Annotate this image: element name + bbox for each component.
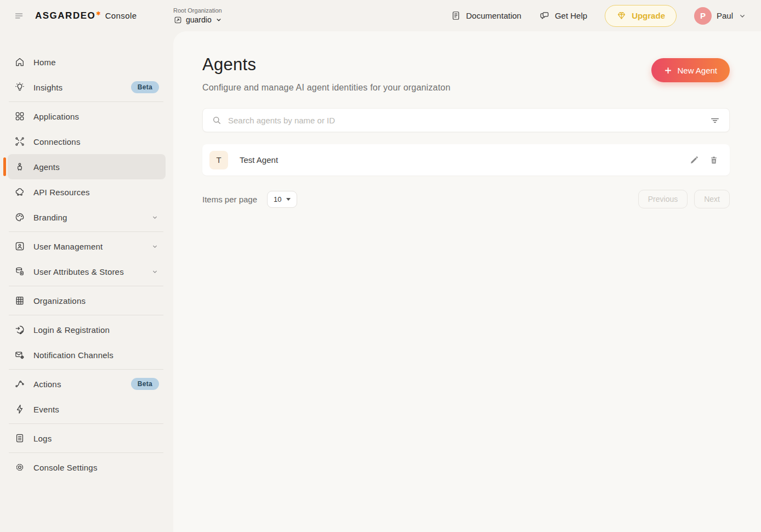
sidebar-item-label: Organizations	[33, 296, 159, 305]
sidebar-item-home[interactable]: Home	[8, 49, 166, 75]
sidebar-divider	[9, 452, 163, 453]
sidebar-item-console-settings[interactable]: Console Settings	[8, 455, 166, 480]
get-help-icon	[539, 10, 550, 21]
connections-icon	[14, 136, 25, 147]
agent-list-item[interactable]: T Test Agent	[202, 144, 730, 176]
agents-icon	[14, 161, 25, 172]
beta-badge: Beta	[131, 378, 159, 390]
edit-icon[interactable]	[689, 155, 699, 165]
plus-icon	[664, 66, 672, 75]
user-name: Paul	[717, 11, 733, 20]
user-avatar: P	[694, 7, 712, 25]
pager: Previous Next	[638, 190, 730, 208]
page-header: Agents Configure and manage AI agent ide…	[202, 55, 730, 93]
sidebar-item-label: Login & Registration	[33, 325, 159, 335]
sidebar-item-applications[interactable]: Applications	[8, 104, 166, 129]
sidebar-item-label: Home	[33, 58, 159, 67]
applications-icon	[14, 111, 25, 122]
next-page-button[interactable]: Next	[694, 190, 730, 208]
sidebar-item-events[interactable]: Events	[8, 397, 166, 422]
sidebar-item-actions[interactable]: Actions Beta	[8, 371, 166, 397]
org-switcher-row: guardio	[173, 15, 223, 25]
organizations-icon	[14, 295, 25, 306]
sidebar-item-label: API Resources	[33, 188, 159, 197]
logo-text: ASGARDEO	[35, 10, 95, 21]
sidebar-item-label: Applications	[33, 112, 159, 121]
console-settings-icon	[14, 462, 25, 473]
previous-page-button[interactable]: Previous	[638, 190, 688, 208]
agent-name: Test Agent	[240, 155, 689, 165]
filter-icon[interactable]	[709, 115, 720, 126]
sidebar: Home Insights Beta Applications	[0, 31, 173, 532]
sidebar-item-insights[interactable]: Insights Beta	[8, 75, 166, 100]
api-resources-icon	[14, 186, 25, 197]
product-label: Console	[105, 11, 137, 20]
sidebar-item-label: Notification Channels	[33, 350, 159, 360]
logs-icon	[14, 433, 25, 444]
documentation-link[interactable]: Documentation	[451, 10, 521, 21]
sidebar-divider	[9, 315, 163, 315]
pagination-bar: Items per page 10 Previous Next	[202, 190, 730, 208]
home-icon	[14, 56, 25, 67]
org-chevron-down-icon	[215, 16, 223, 24]
sidebar-item-notification-channels[interactable]: Notification Channels	[8, 342, 166, 367]
hamburger-icon[interactable]	[13, 10, 25, 22]
sidebar-item-label: Branding	[33, 213, 143, 222]
sidebar-item-agents[interactable]: Agents	[8, 154, 166, 179]
body-row: Home Insights Beta Applications	[0, 31, 761, 532]
insights-icon	[14, 82, 25, 93]
sidebar-item-logs[interactable]: Logs	[8, 426, 166, 451]
agent-row-actions	[689, 155, 719, 165]
search-bar	[202, 108, 730, 132]
sidebar-item-label: Connections	[33, 137, 159, 146]
org-switcher[interactable]: Root Organization guardio	[173, 7, 223, 25]
top-bar: ASGARDEO✱ Console Root Organization guar…	[0, 0, 761, 31]
events-icon	[14, 404, 25, 415]
page-size-select[interactable]: 10	[267, 191, 297, 208]
sidebar-divider	[9, 286, 163, 286]
search-input[interactable]	[228, 116, 703, 125]
gem-icon	[616, 10, 627, 21]
top-bar-left: ASGARDEO✱ Console	[0, 10, 173, 22]
sidebar-item-login-registration[interactable]: Login & Registration	[8, 317, 166, 342]
sidebar-item-user-management[interactable]: User Management	[8, 234, 166, 259]
main-panel: Agents Configure and manage AI agent ide…	[173, 31, 761, 532]
get-help-label: Get Help	[555, 11, 587, 20]
sidebar-divider	[9, 101, 163, 102]
logo-star-icon: ✱	[96, 10, 100, 16]
new-agent-label: New Agent	[677, 66, 717, 75]
sidebar-divider	[9, 231, 163, 232]
asgardeo-console-app: ASGARDEO✱ Console Root Organization guar…	[0, 0, 761, 532]
sidebar-divider	[9, 369, 163, 370]
new-agent-button[interactable]: New Agent	[651, 58, 730, 82]
delete-icon[interactable]	[709, 155, 719, 165]
page-size-value: 10	[274, 195, 281, 203]
agent-avatar: T	[209, 151, 228, 169]
get-help-link[interactable]: Get Help	[539, 10, 587, 21]
sidebar-item-organizations[interactable]: Organizations	[8, 288, 166, 313]
sidebar-item-label: Agents	[33, 162, 159, 172]
sidebar-item-connections[interactable]: Connections	[8, 129, 166, 154]
sidebar-item-label: Events	[33, 405, 159, 414]
search-icon	[212, 115, 222, 126]
upgrade-label: Upgrade	[632, 11, 665, 20]
asgardeo-logo: ASGARDEO✱ Console	[35, 10, 137, 21]
actions-icon	[14, 378, 25, 389]
selected-accent-bar	[3, 157, 6, 176]
documentation-icon	[451, 10, 461, 21]
user-menu[interactable]: P Paul	[694, 7, 747, 25]
sidebar-item-user-attributes-stores[interactable]: User Attributes & Stores	[8, 259, 166, 284]
login-registration-icon	[14, 324, 25, 335]
sidebar-item-api-resources[interactable]: API Resources	[8, 179, 166, 205]
caret-down-icon	[286, 198, 291, 201]
sidebar-item-label: Console Settings	[33, 463, 159, 472]
user-management-icon	[14, 241, 25, 252]
notification-channels-icon	[14, 349, 25, 360]
upgrade-button[interactable]: Upgrade	[605, 5, 677, 27]
org-switcher-label: Root Organization	[173, 7, 223, 14]
sidebar-item-label: User Management	[33, 242, 143, 251]
sidebar-divider	[9, 423, 163, 424]
page-title: Agents	[202, 55, 451, 75]
sidebar-item-branding[interactable]: Branding	[8, 205, 166, 230]
chevron-down-icon	[151, 268, 159, 276]
